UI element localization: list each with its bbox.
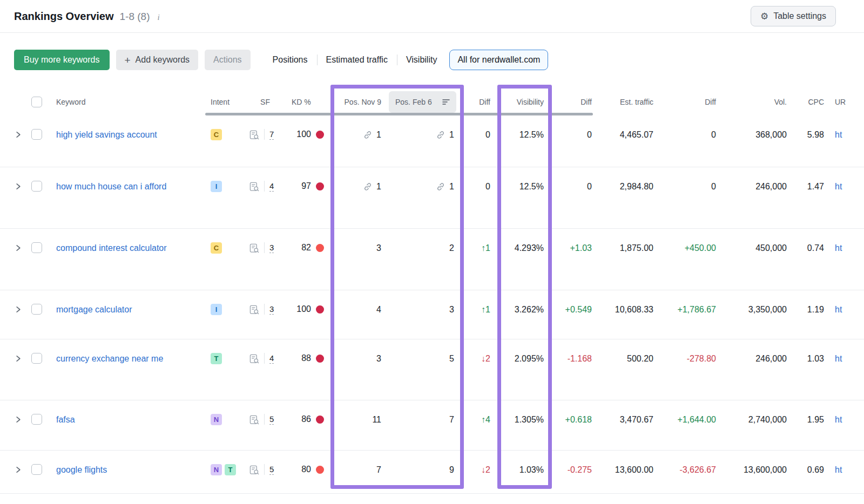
expand-row-button[interactable] <box>14 355 22 363</box>
visibility-diff-value: +1.03 <box>570 242 592 254</box>
sf-count-link[interactable]: 7 <box>269 129 274 140</box>
sf-count-link[interactable]: 3 <box>269 242 274 253</box>
tab-positions[interactable]: Positions <box>264 50 317 70</box>
title-group: Rankings Overview 1-8 (8) i <box>14 10 160 23</box>
pos-nov9-value: 1 <box>376 181 381 192</box>
url-link[interactable]: ht <box>835 464 842 475</box>
expand-row-button[interactable] <box>14 416 22 424</box>
column-header-keyword[interactable]: Keyword <box>49 88 205 115</box>
keyword-cell: high yield savings account <box>49 115 205 167</box>
url-link[interactable]: ht <box>835 129 842 140</box>
keyword-link[interactable]: currency exchange near me <box>56 353 163 365</box>
tab-all-for-nerdwallet-com[interactable]: All for nerdwallet.com <box>449 50 548 70</box>
keyword-link[interactable]: fafsa <box>56 414 75 426</box>
traffic-diff-value: +450.00 <box>685 242 716 254</box>
sf-count-link[interactable]: 3 <box>269 304 274 315</box>
tab-visibility[interactable]: Visibility <box>397 50 447 70</box>
serp-features-icon[interactable] <box>249 354 259 364</box>
volume-cell: 2,740,000 <box>717 400 787 450</box>
visibility-diff-value: 0 <box>587 181 592 192</box>
pos-diff-value: ↓2 <box>481 464 490 475</box>
column-header-visibility[interactable]: Visibility <box>491 88 545 115</box>
serp-features-icon[interactable] <box>249 415 259 425</box>
kd-dot-icon <box>316 182 324 190</box>
kd-value: 82 <box>301 242 311 253</box>
column-header-diff-pos[interactable]: Diff <box>456 88 491 115</box>
sf-count-link[interactable]: 4 <box>269 181 274 192</box>
keyword-link[interactable]: compound interest calculator <box>56 242 167 254</box>
row-checkbox[interactable] <box>31 129 42 140</box>
pos-diff-cell: ↓2 <box>456 339 491 400</box>
column-header-intent[interactable]: Intent <box>205 88 244 115</box>
row-checkbox[interactable] <box>31 464 42 475</box>
url-link[interactable]: ht <box>835 353 842 364</box>
expand-row-button[interactable] <box>14 305 22 314</box>
table-settings-button[interactable]: ⚙ Table settings <box>751 6 836 26</box>
keyword-link[interactable]: google flights <box>56 464 107 476</box>
keyword-link[interactable]: high yield savings account <box>56 129 157 141</box>
row-checkbox[interactable] <box>31 242 42 253</box>
serp-link-icon[interactable] <box>363 182 373 192</box>
intent-badge-i: I <box>211 181 222 192</box>
serp-link-icon[interactable] <box>363 130 373 140</box>
keyword-cell: how much house can i afford <box>49 167 205 228</box>
keyword-cell: currency exchange near me <box>49 339 205 400</box>
column-header-kd[interactable]: KD % <box>286 88 332 115</box>
row-checkbox[interactable] <box>31 304 42 315</box>
url-link[interactable]: ht <box>835 304 842 315</box>
serp-features-icon[interactable] <box>249 182 259 192</box>
column-header-pos-nov9[interactable]: Pos. Nov 9 <box>332 88 383 115</box>
expand-row-button[interactable] <box>14 182 22 190</box>
volume-value: 2,740,000 <box>748 414 787 425</box>
volume-cell: 368,000 <box>717 115 787 167</box>
select-all-checkbox[interactable] <box>31 97 42 107</box>
expander-cell <box>0 115 29 167</box>
visibility-cell: 1.03% <box>491 451 545 493</box>
info-icon[interactable]: i <box>158 13 160 22</box>
url-link[interactable]: ht <box>835 181 842 192</box>
serp-features-icon[interactable] <box>249 305 259 315</box>
sf-cell: 7 <box>244 115 286 167</box>
sf-count-link[interactable]: 5 <box>269 414 274 425</box>
add-keywords-label: Add keywords <box>136 55 190 65</box>
cpc-cell: 0.69 <box>787 451 825 493</box>
column-header-url[interactable]: UR <box>825 88 864 115</box>
url-link[interactable]: ht <box>835 242 842 254</box>
keyword-link[interactable]: mortgage calculator <box>56 304 132 316</box>
expand-row-button[interactable] <box>14 244 22 252</box>
serp-features-icon[interactable] <box>249 130 259 140</box>
sf-count-link[interactable]: 4 <box>269 353 274 364</box>
pos-feb6-cell: 2 <box>383 229 456 290</box>
column-header-est-traffic[interactable]: Est. traffic <box>593 88 655 115</box>
url-link[interactable]: ht <box>835 414 842 425</box>
row-checkbox[interactable] <box>31 414 42 425</box>
view-tabs: PositionsEstimated trafficVisibilityAll … <box>264 50 549 70</box>
add-keywords-button[interactable]: + Add keywords <box>116 50 199 70</box>
pos-diff-cell: 0 <box>456 167 491 228</box>
buy-more-keywords-button[interactable]: Buy more keywords <box>14 50 110 70</box>
column-header-sf[interactable]: SF <box>244 88 286 115</box>
sf-count-link[interactable]: 5 <box>269 464 274 475</box>
volume-cell: 3,350,000 <box>717 290 787 339</box>
table-row: fafsaN586117↑41.305%+0.6183,470.67+1,644… <box>0 400 864 451</box>
expand-row-button[interactable] <box>14 466 22 474</box>
keyword-link[interactable]: how much house can i afford <box>56 181 166 193</box>
expand-row-button[interactable] <box>14 131 22 139</box>
column-header-cpc[interactable]: CPC <box>787 88 825 115</box>
column-header-volume[interactable]: Vol. <box>717 88 787 115</box>
serp-features-icon[interactable] <box>249 243 259 253</box>
tab-estimated-traffic[interactable]: Estimated traffic <box>317 50 397 70</box>
row-checkbox[interactable] <box>31 353 42 364</box>
pos-nov9-cell: 3 <box>332 229 383 290</box>
serp-link-icon[interactable] <box>436 130 446 140</box>
kd-value: 80 <box>301 464 311 475</box>
serp-link-icon[interactable] <box>436 182 446 192</box>
serp-features-icon[interactable] <box>249 465 259 475</box>
column-header-diff-traffic[interactable]: Diff <box>655 88 717 115</box>
actions-button[interactable]: Actions <box>205 50 250 70</box>
sorted-column-chip[interactable]: Pos. Feb 6 <box>389 91 456 113</box>
intent-badge-t: T <box>225 464 236 475</box>
column-header-diff-visibility[interactable]: Diff <box>545 88 593 115</box>
est-traffic-cell: 10,608.33 <box>593 290 655 339</box>
row-checkbox[interactable] <box>31 181 42 192</box>
